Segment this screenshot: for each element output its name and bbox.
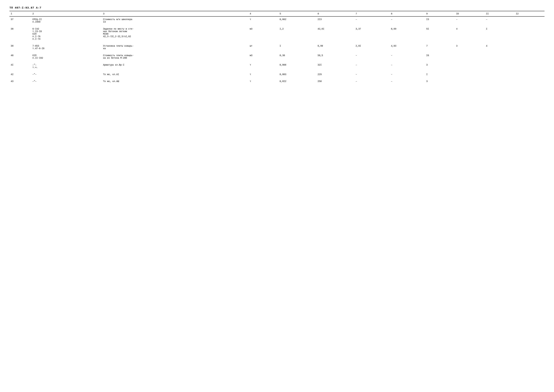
table-cell: –: [390, 78, 425, 84]
table-cell: Арматура кл.Вр-I: [102, 62, 249, 70]
table-cell: –: [354, 78, 390, 84]
table-cell: [485, 78, 515, 84]
table-cell: т: [249, 16, 278, 25]
table-cell: [515, 53, 545, 61]
table-cell: 3,37: [354, 26, 390, 42]
table-cell: 42,6I: [316, 26, 354, 42]
table-cell: 7: [425, 43, 455, 51]
table-cell: [485, 62, 515, 70]
table-cell: I: [278, 43, 317, 51]
table-cell: То же, кл.АI: [102, 72, 249, 77]
table-cell: [515, 72, 545, 77]
table-cell: 2I3: [316, 16, 354, 25]
col-header-3: 3: [102, 11, 249, 16]
table-cell: 4,03: [390, 43, 425, 51]
table-cell: [515, 16, 545, 25]
table-cell: 3: [455, 43, 485, 51]
table-cell: –: [390, 53, 425, 61]
table-row: 37СРСЦ-IIп.I959Стоимость м/к швеллераI3т…: [9, 16, 545, 25]
table-cell: –: [390, 16, 425, 25]
col-header-10: IO: [455, 11, 485, 16]
table-cell: 4: [485, 43, 515, 51]
table-cell: 6-I42т.I3-I8ССПп.I-76п.I-74: [31, 26, 102, 42]
table-cell: т: [249, 78, 278, 84]
col-header-12: I2: [515, 11, 545, 16]
table-cell: СРСЦ-IIп.I959: [31, 16, 102, 25]
table-cell: 43: [9, 78, 31, 84]
table-cell: 3: [425, 62, 455, 70]
table-cell: –: [354, 16, 390, 25]
table-cell: 0,30: [278, 53, 317, 61]
table-row: 40ССПп.II-I82Стоимость плиты ковырь-ка и…: [9, 53, 545, 61]
table-row: 43–"–То же, кл.АШт0,0I2250––3: [9, 78, 545, 84]
table-body: 37СРСЦ-IIп.I959Стоимость м/к швеллераI3т…: [9, 16, 545, 85]
table-cell: 39: [9, 43, 31, 51]
table-cell: [515, 43, 545, 51]
table-cell: м3: [249, 26, 278, 42]
table-cell: [455, 53, 485, 61]
spacer-row: [9, 42, 545, 43]
table-cell: [485, 53, 515, 61]
table-cell: 7-653т.47-6-I8: [31, 43, 102, 51]
table-cell: –"–т.ч.: [31, 62, 102, 70]
table-header: I 2 3 4 5 6 7 8 9 IO II I2: [9, 11, 545, 16]
col-header-2: 2: [31, 11, 102, 16]
table-cell: –: [390, 62, 425, 70]
table-cell: [515, 26, 545, 42]
col-header-7: 7: [354, 11, 390, 16]
col-header-1: I: [9, 11, 31, 16]
col-header-11: II: [485, 11, 515, 16]
table-cell: 5I: [425, 26, 455, 42]
table-cell: [485, 72, 515, 77]
table-cell: т: [249, 72, 278, 77]
table-cell: м3: [249, 53, 278, 61]
table-cell: –: [354, 72, 390, 77]
table-cell: Стоимость м/к швеллераI3: [102, 16, 249, 25]
table-cell: –: [485, 16, 515, 25]
col-header-4: 4: [249, 11, 278, 16]
table-cell: –"–: [31, 78, 102, 84]
table-cell: 37: [9, 16, 31, 25]
table-cell: [515, 78, 545, 84]
table-cell: –: [455, 16, 485, 25]
main-table: I 2 3 4 5 6 7 8 9 IO II I2 37СРСЦ-IIп.I9…: [9, 11, 545, 85]
table-cell: I,2: [278, 26, 317, 42]
table-cell: шт: [249, 43, 278, 51]
table-cell: 0,69: [390, 26, 425, 42]
col-header-6: 6: [316, 11, 354, 16]
table-cell: 38: [9, 26, 31, 42]
table-row: 397-653т.47-6-I8Установка плиты ковырь-к…: [9, 43, 545, 51]
table-cell: 3: [425, 78, 455, 84]
table-cell: 32I: [316, 62, 354, 70]
spacer-row: [9, 70, 545, 72]
spacer-row: [9, 61, 545, 62]
page-title: ТП 407-I-93.87 А-7: [9, 6, 545, 9]
table-cell: [455, 62, 485, 70]
table-cell: ССПп.II-I82: [31, 53, 102, 61]
table-cell: т: [249, 62, 278, 70]
col-header-5: 5: [278, 11, 317, 16]
spacer-row: [9, 51, 545, 53]
table-cell: [515, 62, 545, 70]
table-cell: I3: [425, 16, 455, 25]
table-cell: 229: [316, 72, 354, 77]
spacer-row: [9, 25, 545, 26]
table-cell: 58,5: [316, 53, 354, 61]
spacer-row: [9, 77, 545, 78]
table-cell: –: [354, 62, 390, 70]
table-cell: 0,0I2: [278, 78, 317, 84]
table-cell: –: [390, 72, 425, 77]
table-cell: 4I: [9, 62, 31, 70]
table-row: 4I–"–т.ч.Арматура кл.Вр-Iт0,00832I––3: [9, 62, 545, 70]
table-cell: –"–: [31, 72, 102, 77]
table-cell: 0,008: [278, 62, 317, 70]
col-header-9: 9: [425, 11, 455, 16]
table-cell: I: [485, 26, 515, 42]
table-cell: 2,8I: [354, 43, 390, 51]
table-cell: Установка плиты ковырь-ка: [102, 43, 249, 51]
table-cell: I6: [425, 53, 455, 61]
table-row: 386-I42т.I3-I8ССПп.I-76п.I-74Заделки по …: [9, 26, 545, 42]
spacer-row: [9, 84, 545, 85]
col-header-8: 8: [390, 11, 425, 16]
table-cell: [455, 72, 485, 77]
